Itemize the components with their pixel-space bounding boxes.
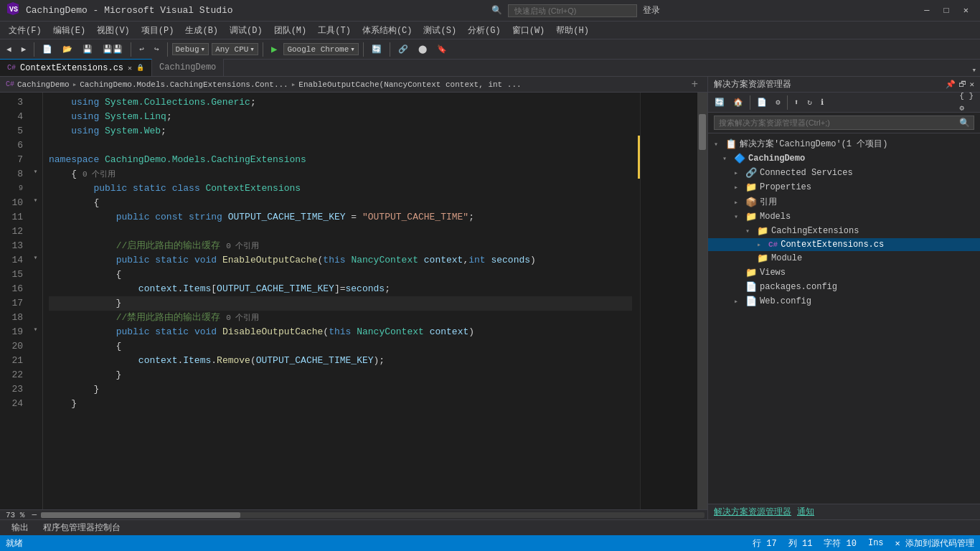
tab-context-extensions[interactable]: C# ContextExtensions.cs ✕ 🔒 — [0, 59, 152, 76]
menu-item-3[interactable]: 项目(P) — [136, 23, 180, 38]
horizontal-scrollbar-thumb[interactable] — [41, 512, 240, 518]
se-footer-right[interactable]: 通知 — [797, 506, 814, 518]
tree-views[interactable]: 📁 Views — [708, 265, 980, 280]
horizontal-scrollbar-track[interactable] — [41, 512, 705, 518]
menu-item-10[interactable]: 分析(G) — [462, 23, 507, 38]
attach-button[interactable]: 🔗 — [395, 43, 412, 55]
browser-dropdown[interactable]: Google Chrome ▾ — [283, 43, 358, 55]
tab-close-1[interactable]: ✕ — [128, 64, 132, 72]
tree-project[interactable]: ▾ 🔷 CachingDemo — [708, 151, 980, 166]
se-search-icon: 🔍 — [959, 118, 970, 128]
tree-connected-services[interactable]: ▸ 🔗 Connected Services — [708, 166, 980, 180]
quick-launch-input[interactable] — [508, 4, 637, 17]
caching-ext-icon: 📁 — [757, 225, 768, 237]
gutter-8[interactable]: ▾ — [29, 164, 42, 179]
add-to-source-control-button[interactable]: ✕ 添加到源代码管理 — [895, 537, 974, 550]
se-home-button[interactable]: 🏠 — [730, 96, 747, 108]
se-filter-button[interactable]: ⚙ — [772, 96, 784, 108]
bookmark-button[interactable]: 🔖 — [433, 43, 451, 55]
se-properties-button[interactable]: ℹ — [817, 96, 827, 108]
menu-item-11[interactable]: 窗口(W) — [507, 23, 551, 38]
editor-scroll[interactable]: 3 4 5 6 7 8 9 10 11 12 13 14 15 16 17 18… — [0, 93, 707, 509]
platform-dropdown[interactable]: Any CPU ▾ — [212, 43, 258, 55]
fold-10-icon[interactable]: ▾ — [33, 196, 37, 204]
menu-item-9[interactable]: 测试(S) — [418, 23, 462, 38]
sign-in-button[interactable]: 登录 — [643, 4, 660, 17]
se-search-input[interactable] — [714, 116, 974, 130]
maximize-button[interactable]: □ — [938, 4, 955, 17]
window-controls: ─ □ ✕ — [918, 4, 974, 17]
close-button[interactable]: ✕ — [958, 4, 974, 17]
start-button[interactable]: ▶ — [268, 42, 281, 57]
tree-module[interactable]: 📁 Module — [708, 251, 980, 265]
save-all-button[interactable]: 💾💾 — [99, 43, 126, 55]
minimize-button[interactable]: ─ — [918, 4, 935, 17]
config-dropdown[interactable]: Debug ▾ — [172, 43, 209, 55]
forward-button[interactable]: ▶ — [18, 43, 30, 55]
properties-label: Properties — [760, 182, 811, 192]
tab-dropdown-button[interactable]: ▾ — [968, 64, 980, 76]
menu-item-1[interactable]: 编辑(E) — [47, 23, 92, 38]
tree-web-config[interactable]: ▸ 📄 Web.config — [708, 294, 980, 309]
output-tab[interactable]: 输出 — [6, 520, 34, 535]
save-button[interactable]: 💾 — [79, 43, 96, 55]
zoom-decrease-button[interactable]: ─ — [30, 511, 38, 519]
se-tree: ▾ 📋 解决方案'CachingDemo'(1 个项目) ▾ 🔷 Caching… — [708, 133, 980, 504]
refresh-button[interactable]: 🔄 — [368, 43, 385, 55]
menu-item-5[interactable]: 调试(D) — [224, 23, 268, 38]
code-line-7: namespace CachingDemo.Models.CachingExte… — [49, 153, 632, 167]
fold-8-icon[interactable]: ▾ — [33, 167, 37, 176]
menu-item-7[interactable]: 工具(T) — [312, 23, 357, 38]
menu-item-8[interactable]: 体系结构(C) — [357, 23, 418, 38]
models-label: Models — [760, 212, 791, 222]
new-project-button[interactable]: 📄 — [39, 43, 56, 55]
models-icon: 📁 — [745, 211, 757, 222]
horizontal-scrollbar-area: 73 % ─ — [0, 509, 707, 519]
open-button[interactable]: 📂 — [59, 43, 76, 55]
toolbar-separator-6 — [390, 42, 390, 57]
gutter-19[interactable]: ▾ — [29, 322, 42, 336]
menu-item-2[interactable]: 视图(V) — [91, 23, 136, 38]
code-line-4: using System.Linq; — [49, 110, 632, 124]
zoom-level[interactable]: 73 % — [0, 511, 30, 519]
status-ready: 就绪 — [6, 537, 23, 550]
se-show-files-button[interactable]: 📄 — [753, 96, 771, 108]
se-collapse-button[interactable]: ⬆ — [791, 96, 803, 108]
menu-item-12[interactable]: 帮助(H) — [550, 23, 595, 38]
se-close-button[interactable]: ✕ — [969, 80, 974, 89]
se-refresh-button[interactable]: ↻ — [804, 96, 816, 108]
tree-references[interactable]: ▸ 📦 引用 — [708, 194, 980, 209]
se-code-view-button[interactable]: { } — [956, 90, 977, 102]
vertical-scrollbar[interactable] — [697, 93, 707, 509]
gutter-16 — [29, 279, 42, 293]
gutter-14[interactable]: ▾ — [29, 250, 42, 265]
package-manager-tab[interactable]: 程序包管理器控制台 — [37, 520, 126, 535]
menu-item-4[interactable]: 生成(B) — [179, 23, 224, 38]
tree-properties[interactable]: ▸ 📁 Properties — [708, 180, 980, 194]
tree-context-extensions-cs[interactable]: ▸ C# ContextExtensions.cs — [708, 238, 980, 251]
gutter-10[interactable]: ▾ — [29, 193, 42, 207]
menu-item-0[interactable]: 文件(F) — [3, 23, 47, 38]
fold-19-icon[interactable]: ▾ — [33, 325, 37, 334]
tree-caching-extensions[interactable]: ▾ 📁 CachingExtensions — [708, 224, 980, 238]
fold-14-icon[interactable]: ▾ — [33, 253, 37, 262]
se-float-button[interactable]: 🗗 — [958, 80, 966, 89]
se-footer-left[interactable]: 解决方案资源管理器 — [714, 506, 791, 518]
gutter-4 — [29, 107, 42, 121]
se-sync-button[interactable]: 🔄 — [711, 96, 728, 108]
undo-button[interactable]: ↩ — [136, 43, 148, 55]
properties-icon: 📁 — [745, 182, 757, 193]
vertical-scrollbar-thumb[interactable] — [699, 114, 706, 150]
tab-caching-demo[interactable]: CachingDemo — [152, 59, 224, 76]
breakpoint-button[interactable]: ⬤ — [415, 43, 430, 55]
tree-solution[interactable]: ▾ 📋 解决方案'CachingDemo'(1 个项目) — [708, 136, 980, 151]
se-pin-button[interactable]: 📌 — [946, 80, 956, 89]
se-toolbar-sep2 — [787, 95, 788, 110]
tree-models[interactable]: ▾ 📁 Models — [708, 209, 980, 224]
editor-expand-button[interactable]: + — [687, 77, 702, 93]
back-button[interactable]: ◀ — [3, 43, 15, 55]
code-area[interactable]: using System.Collections.Generic; using … — [43, 93, 638, 509]
menu-item-6[interactable]: 团队(M) — [268, 23, 313, 38]
tree-packages-config[interactable]: 📄 packages.config — [708, 280, 980, 294]
redo-button[interactable]: ↪ — [151, 43, 163, 55]
